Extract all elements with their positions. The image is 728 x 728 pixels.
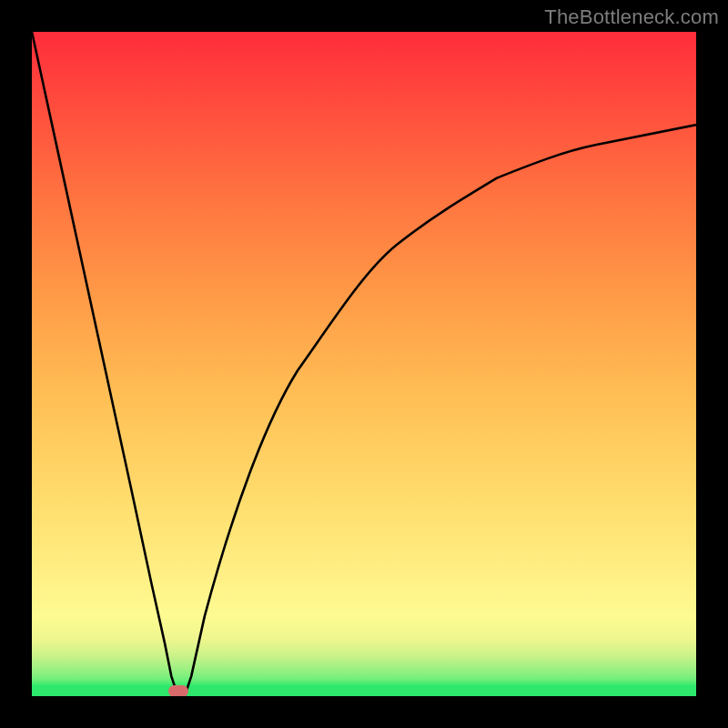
chart-frame: TheBottleneck.com xyxy=(0,0,728,728)
bottleneck-chart xyxy=(32,32,696,696)
watermark-label: TheBottleneck.com xyxy=(544,5,719,29)
gradient-background xyxy=(32,32,696,696)
optimum-marker xyxy=(168,685,188,696)
